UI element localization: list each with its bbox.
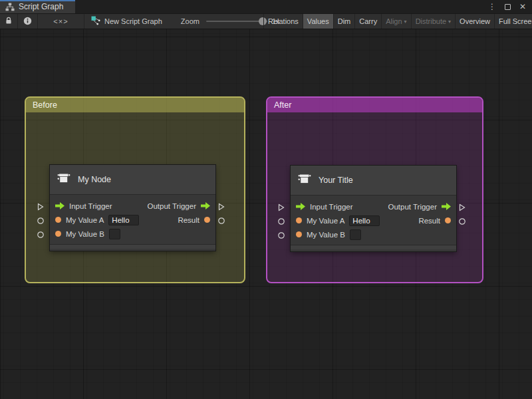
outer-value-port-icon[interactable] [277, 217, 285, 225]
distribute-button: Distribute ▾ [412, 14, 456, 29]
value-port-icon[interactable] [55, 217, 61, 223]
outer-value-port-icon[interactable] [37, 231, 45, 239]
group-title: After [274, 100, 291, 110]
relations-label: Relations [268, 17, 299, 25]
zoom-slider[interactable] [206, 21, 267, 22]
carry-label: Carry [359, 17, 377, 25]
close-icon[interactable]: ✕ [519, 3, 526, 11]
node-footer [291, 245, 456, 249]
graph-name: New Script Graph [104, 17, 162, 25]
value-port-icon[interactable] [296, 231, 302, 237]
preview-code-button[interactable]: <×> [38, 14, 84, 29]
script-graph-icon [91, 16, 100, 27]
node-body: Input Trigger Output Trigger My Value A … [50, 195, 215, 244]
window-controls: ⋮ ✕ [488, 0, 532, 13]
value-b-label: My Value B [307, 231, 345, 239]
node-title: My Node [78, 175, 111, 184]
values-label: Values [307, 17, 329, 25]
output-trigger-label: Output Trigger [147, 202, 196, 210]
node-title: Your Title [319, 176, 353, 185]
value-a-label: My Value A [66, 216, 104, 224]
code-icon: <×> [53, 17, 68, 25]
info-icon [23, 17, 32, 27]
chevron-down-icon: ▾ [448, 19, 451, 25]
align-label: Align [386, 17, 402, 25]
value-a-label: My Value A [307, 217, 344, 225]
flow-port-icon[interactable] [55, 200, 65, 212]
carry-button[interactable]: Carry [355, 14, 382, 29]
value-port-icon[interactable] [204, 217, 210, 223]
node-your-title[interactable]: Your Title Input Trigger Output Trigger [291, 166, 456, 251]
overview-label: Overview [460, 17, 490, 25]
value-port-icon[interactable] [55, 231, 61, 237]
flow-port-icon[interactable] [201, 200, 210, 212]
tab-title: Script Graph [19, 2, 63, 11]
value-a-input[interactable] [349, 215, 380, 226]
toolbar-toggle-group: Relations Values Dim Carry Align ▾ Distr… [263, 14, 532, 29]
value-b-input[interactable] [350, 229, 361, 240]
align-button: Align ▾ [382, 14, 411, 29]
window-menu-icon[interactable]: ⋮ [488, 3, 496, 11]
value-b-input[interactable] [109, 229, 120, 239]
value-a-input[interactable] [108, 215, 139, 225]
group-title: Before [33, 100, 57, 110]
input-trigger-label: Input Trigger [69, 202, 112, 210]
node-row-value-b: My Value B [50, 227, 215, 241]
node-footer [50, 244, 215, 249]
tab-script-graph[interactable]: Script Graph [0, 0, 75, 13]
unit-icon [57, 171, 71, 188]
result-label: Result [418, 217, 440, 225]
node-row-triggers: Input Trigger Output Trigger [291, 200, 456, 213]
node-header[interactable]: My Node [50, 165, 215, 195]
overview-button[interactable]: Overview [456, 14, 495, 29]
group-after-header[interactable]: After [267, 98, 482, 112]
values-button[interactable]: Values [303, 14, 334, 29]
outer-value-port-icon[interactable] [217, 217, 225, 225]
output-trigger-label: Output Trigger [388, 203, 437, 211]
outer-value-port-icon[interactable] [37, 217, 45, 225]
zoom-label: Zoom [181, 17, 200, 25]
distribute-label: Distribute [416, 17, 446, 25]
maximize-icon[interactable] [505, 4, 511, 10]
dim-label: Dim [338, 17, 351, 25]
outer-flow-port-icon[interactable] [37, 203, 45, 211]
input-trigger-label: Input Trigger [310, 203, 353, 211]
graph-canvas[interactable]: Before After My Node [0, 29, 532, 399]
unit-icon [297, 172, 312, 189]
result-label: Result [178, 216, 200, 224]
graph-breadcrumb[interactable]: New Script Graph [84, 14, 170, 29]
node-row-value-a: My Value A Result [291, 213, 456, 227]
node-row-triggers: Input Trigger Output Trigger [50, 199, 215, 213]
full-screen-label: Full Screen [499, 17, 532, 25]
outer-value-port-icon[interactable] [277, 231, 285, 239]
graph-hierarchy-icon [5, 3, 15, 11]
value-b-label: My Value B [66, 230, 104, 238]
outer-flow-port-icon[interactable] [217, 203, 225, 211]
flow-port-icon[interactable] [296, 201, 305, 213]
lock-icon [5, 17, 13, 26]
chevron-down-icon: ▾ [404, 19, 407, 25]
outer-flow-port-icon[interactable] [458, 203, 466, 211]
graph-toolbar: <×> New Script Graph Zoom 1x Relations V… [0, 14, 532, 29]
node-row-value-b: My Value B [291, 227, 456, 241]
node-row-value-a: My Value A Result [50, 213, 215, 227]
node-header[interactable]: Your Title [291, 166, 456, 196]
outer-flow-port-icon[interactable] [277, 203, 285, 211]
value-port-icon[interactable] [296, 217, 302, 223]
lock-button[interactable] [0, 14, 18, 29]
full-screen-button[interactable]: Full Screen [495, 14, 532, 29]
flow-port-icon[interactable] [442, 201, 451, 213]
outer-value-port-icon[interactable] [458, 217, 466, 225]
info-button[interactable] [18, 14, 38, 29]
node-my-node[interactable]: My Node Input Trigger Output Trigger [50, 165, 215, 251]
value-port-icon[interactable] [445, 217, 451, 223]
group-before-header[interactable]: Before [26, 98, 244, 112]
node-body: Input Trigger Output Trigger My Value A … [291, 196, 456, 245]
window-tab-bar: Script Graph ⋮ ✕ [0, 0, 532, 14]
dim-button[interactable]: Dim [334, 14, 356, 29]
relations-button[interactable]: Relations [264, 14, 303, 29]
